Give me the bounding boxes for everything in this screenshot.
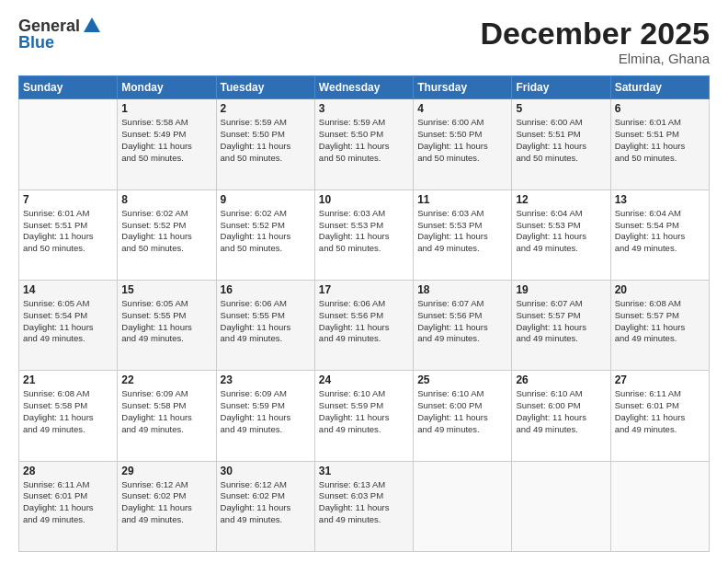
page: General Blue December 2025 Elmina, Ghana…	[0, 0, 728, 563]
day-info: Sunrise: 6:03 AM Sunset: 5:53 PM Dayligh…	[417, 208, 507, 255]
day-number: 3	[319, 102, 409, 115]
day-info: Sunrise: 6:12 AM Sunset: 6:02 PM Dayligh…	[121, 479, 211, 526]
calendar-header-saturday: Saturday	[610, 76, 709, 99]
calendar-cell: 17Sunrise: 6:06 AM Sunset: 5:56 PM Dayli…	[314, 281, 413, 371]
calendar-header-monday: Monday	[118, 76, 216, 99]
day-info: Sunrise: 6:10 AM Sunset: 6:00 PM Dayligh…	[417, 388, 507, 435]
day-number: 25	[417, 373, 507, 386]
day-info: Sunrise: 6:04 AM Sunset: 5:54 PM Dayligh…	[615, 208, 705, 255]
calendar-cell	[512, 461, 610, 551]
calendar-cell: 2Sunrise: 5:59 AM Sunset: 5:50 PM Daylig…	[216, 99, 314, 190]
day-info: Sunrise: 6:04 AM Sunset: 5:53 PM Dayligh…	[516, 208, 606, 255]
day-info: Sunrise: 5:59 AM Sunset: 5:50 PM Dayligh…	[221, 117, 311, 164]
day-info: Sunrise: 6:09 AM Sunset: 5:58 PM Dayligh…	[121, 388, 211, 435]
day-number: 10	[319, 193, 409, 206]
day-number: 8	[121, 193, 211, 206]
calendar-cell: 8Sunrise: 6:02 AM Sunset: 5:52 PM Daylig…	[118, 190, 216, 280]
title-block: December 2025 Elmina, Ghana	[480, 17, 710, 66]
calendar-cell: 7Sunrise: 6:01 AM Sunset: 5:51 PM Daylig…	[19, 190, 118, 280]
calendar-cell: 11Sunrise: 6:03 AM Sunset: 5:53 PM Dayli…	[414, 190, 512, 280]
calendar-cell: 12Sunrise: 6:04 AM Sunset: 5:53 PM Dayli…	[512, 190, 610, 280]
day-info: Sunrise: 6:09 AM Sunset: 5:59 PM Dayligh…	[221, 388, 311, 435]
calendar-cell: 18Sunrise: 6:07 AM Sunset: 5:56 PM Dayli…	[414, 281, 512, 371]
day-number: 11	[417, 193, 507, 206]
calendar-cell: 6Sunrise: 6:01 AM Sunset: 5:51 PM Daylig…	[610, 99, 709, 190]
calendar-cell: 3Sunrise: 5:59 AM Sunset: 5:50 PM Daylig…	[314, 99, 413, 190]
day-number: 5	[516, 102, 606, 115]
calendar-cell: 29Sunrise: 6:12 AM Sunset: 6:02 PM Dayli…	[118, 461, 216, 551]
day-info: Sunrise: 6:11 AM Sunset: 6:01 PM Dayligh…	[23, 479, 113, 526]
day-info: Sunrise: 6:13 AM Sunset: 6:03 PM Dayligh…	[319, 479, 409, 526]
day-info: Sunrise: 5:59 AM Sunset: 5:50 PM Dayligh…	[319, 117, 409, 164]
day-number: 30	[221, 465, 311, 477]
calendar-cell: 25Sunrise: 6:10 AM Sunset: 6:00 PM Dayli…	[414, 371, 512, 461]
day-info: Sunrise: 5:58 AM Sunset: 5:49 PM Dayligh…	[121, 117, 211, 164]
calendar-week-row: 28Sunrise: 6:11 AM Sunset: 6:01 PM Dayli…	[19, 461, 710, 551]
logo-blue-text: Blue	[18, 33, 102, 52]
day-info: Sunrise: 6:06 AM Sunset: 5:56 PM Dayligh…	[319, 298, 409, 345]
logo-icon	[82, 16, 102, 36]
day-info: Sunrise: 6:01 AM Sunset: 5:51 PM Dayligh…	[23, 208, 113, 255]
day-info: Sunrise: 6:08 AM Sunset: 5:58 PM Dayligh…	[23, 388, 113, 435]
logo: General Blue	[18, 17, 102, 52]
day-number: 31	[319, 465, 409, 477]
calendar-cell: 16Sunrise: 6:06 AM Sunset: 5:55 PM Dayli…	[216, 281, 314, 371]
day-number: 7	[23, 193, 113, 206]
day-info: Sunrise: 6:01 AM Sunset: 5:51 PM Dayligh…	[615, 117, 705, 164]
calendar-cell: 24Sunrise: 6:10 AM Sunset: 5:59 PM Dayli…	[314, 371, 413, 461]
calendar-cell: 4Sunrise: 6:00 AM Sunset: 5:50 PM Daylig…	[414, 99, 512, 190]
day-info: Sunrise: 6:12 AM Sunset: 6:02 PM Dayligh…	[221, 479, 311, 526]
calendar-cell: 14Sunrise: 6:05 AM Sunset: 5:54 PM Dayli…	[19, 281, 118, 371]
day-number: 15	[121, 283, 211, 296]
day-number: 6	[615, 102, 705, 115]
calendar-week-row: 1Sunrise: 5:58 AM Sunset: 5:49 PM Daylig…	[19, 99, 710, 190]
calendar-week-row: 7Sunrise: 6:01 AM Sunset: 5:51 PM Daylig…	[19, 190, 710, 280]
calendar-cell: 27Sunrise: 6:11 AM Sunset: 6:01 PM Dayli…	[610, 371, 709, 461]
calendar-cell: 31Sunrise: 6:13 AM Sunset: 6:03 PM Dayli…	[314, 461, 413, 551]
calendar-cell: 1Sunrise: 5:58 AM Sunset: 5:49 PM Daylig…	[118, 99, 216, 190]
day-number: 12	[516, 193, 606, 206]
day-info: Sunrise: 6:07 AM Sunset: 5:57 PM Dayligh…	[516, 298, 606, 345]
day-number: 26	[516, 373, 606, 386]
day-number: 28	[23, 465, 113, 477]
day-number: 14	[23, 283, 113, 296]
day-number: 22	[121, 373, 211, 386]
day-info: Sunrise: 6:00 AM Sunset: 5:50 PM Dayligh…	[417, 117, 507, 164]
day-number: 9	[221, 193, 311, 206]
calendar-cell: 26Sunrise: 6:10 AM Sunset: 6:00 PM Dayli…	[512, 371, 610, 461]
calendar-header-friday: Friday	[512, 76, 610, 99]
calendar-cell: 5Sunrise: 6:00 AM Sunset: 5:51 PM Daylig…	[512, 99, 610, 190]
day-info: Sunrise: 6:03 AM Sunset: 5:53 PM Dayligh…	[319, 208, 409, 255]
day-number: 24	[319, 373, 409, 386]
day-number: 13	[615, 193, 705, 206]
svg-marker-0	[84, 17, 100, 32]
calendar-header-thursday: Thursday	[414, 76, 512, 99]
day-info: Sunrise: 6:07 AM Sunset: 5:56 PM Dayligh…	[417, 298, 507, 345]
calendar-header-tuesday: Tuesday	[216, 76, 314, 99]
day-number: 18	[417, 283, 507, 296]
calendar-cell	[19, 99, 118, 190]
calendar-cell: 20Sunrise: 6:08 AM Sunset: 5:57 PM Dayli…	[610, 281, 709, 371]
calendar-cell: 30Sunrise: 6:12 AM Sunset: 6:02 PM Dayli…	[216, 461, 314, 551]
calendar-week-row: 14Sunrise: 6:05 AM Sunset: 5:54 PM Dayli…	[19, 281, 710, 371]
calendar-cell: 10Sunrise: 6:03 AM Sunset: 5:53 PM Dayli…	[314, 190, 413, 280]
day-number: 23	[221, 373, 311, 386]
calendar-cell: 13Sunrise: 6:04 AM Sunset: 5:54 PM Dayli…	[610, 190, 709, 280]
day-number: 4	[417, 102, 507, 115]
calendar-header-row: SundayMondayTuesdayWednesdayThursdayFrid…	[19, 76, 710, 99]
calendar-cell: 21Sunrise: 6:08 AM Sunset: 5:58 PM Dayli…	[19, 371, 118, 461]
calendar-cell: 9Sunrise: 6:02 AM Sunset: 5:52 PM Daylig…	[216, 190, 314, 280]
calendar-header-sunday: Sunday	[19, 76, 118, 99]
day-number: 2	[221, 102, 311, 115]
day-info: Sunrise: 6:02 AM Sunset: 5:52 PM Dayligh…	[221, 208, 311, 255]
day-info: Sunrise: 6:06 AM Sunset: 5:55 PM Dayligh…	[221, 298, 311, 345]
header: General Blue December 2025 Elmina, Ghana	[18, 17, 710, 66]
day-info: Sunrise: 6:10 AM Sunset: 5:59 PM Dayligh…	[319, 388, 409, 435]
month-title: December 2025	[480, 17, 710, 51]
day-number: 27	[615, 373, 705, 386]
day-info: Sunrise: 6:11 AM Sunset: 6:01 PM Dayligh…	[615, 388, 705, 435]
day-number: 17	[319, 283, 409, 296]
day-info: Sunrise: 6:10 AM Sunset: 6:00 PM Dayligh…	[516, 388, 606, 435]
day-info: Sunrise: 6:08 AM Sunset: 5:57 PM Dayligh…	[615, 298, 705, 345]
day-number: 1	[121, 102, 211, 115]
